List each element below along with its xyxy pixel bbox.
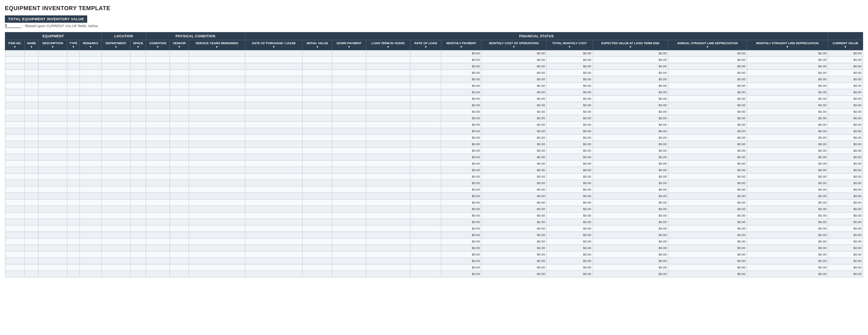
- table-row[interactable]: $0.00$0.00$0.00$0.00$0.00$0.00$0.00: [5, 271, 863, 277]
- col-service-years[interactable]: SERVICE YEARS REMAINING▼: [189, 40, 245, 50]
- summary-section: TOTAL EQUIPMENT INVENTORY VALUE $ *Based…: [5, 15, 863, 28]
- col-remarks[interactable]: REMARKS▼: [79, 40, 101, 50]
- table-row[interactable]: $0.00$0.00$0.00$0.00$0.00$0.00$0.00: [5, 57, 863, 63]
- table-row[interactable]: $0.00$0.00$0.00$0.00$0.00$0.00$0.00: [5, 187, 863, 193]
- table-row[interactable]: $0.00$0.00$0.00$0.00$0.00$0.00$0.00: [5, 76, 863, 83]
- table-row[interactable]: $0.00$0.00$0.00$0.00$0.00$0.00$0.00: [5, 193, 863, 200]
- group-equipment: EQUIPMENT: [5, 32, 102, 40]
- summary-note: *Based upon CURRENT VALUE fields, below.: [24, 24, 99, 28]
- col-total-monthly-cost[interactable]: TOTAL MONTHLY COST▼: [546, 40, 593, 50]
- group-current-value: [828, 32, 863, 40]
- table-row[interactable]: $0.00$0.00$0.00$0.00$0.00$0.00$0.00: [5, 174, 863, 180]
- table-row[interactable]: $0.00$0.00$0.00$0.00$0.00$0.00$0.00: [5, 122, 863, 128]
- col-monthly-cost-ops[interactable]: MONTHLY COST OF OPERATIONS▼: [481, 40, 547, 50]
- col-current-value[interactable]: CURRENT VALUE▼: [828, 40, 863, 50]
- col-monthly-depreciation[interactable]: MONTHLY STRAIGHT LINE DEPRECIATION▼: [747, 40, 828, 50]
- page-title: EQUIPMENT INVENTORY TEMPLATE: [5, 5, 863, 11]
- col-annual-depreciation[interactable]: ANNUAL STRAIGHT LINE DEPRECIATION▼: [668, 40, 747, 50]
- col-monthly-payment[interactable]: MONTHLY PAYMENT▼: [441, 40, 481, 50]
- table-row[interactable]: $0.00$0.00$0.00$0.00$0.00$0.00$0.00: [5, 258, 863, 264]
- table-row[interactable]: $0.00$0.00$0.00$0.00$0.00$0.00$0.00: [5, 180, 863, 187]
- table-row[interactable]: $0.00$0.00$0.00$0.00$0.00$0.00$0.00: [5, 89, 863, 96]
- col-condition[interactable]: CONDITION▼: [146, 40, 170, 50]
- table-row[interactable]: $0.00$0.00$0.00$0.00$0.00$0.00$0.00: [5, 50, 863, 57]
- group-financial-status: FINANCIAL STATUS: [245, 32, 828, 40]
- col-down-payment[interactable]: DOWN PAYMENT▼: [332, 40, 366, 50]
- col-description[interactable]: DESCRIPTION▼: [39, 40, 67, 50]
- table-row[interactable]: $0.00$0.00$0.00$0.00$0.00$0.00$0.00: [5, 115, 863, 122]
- col-type[interactable]: TYPE▼: [67, 40, 79, 50]
- table-row[interactable]: $0.00$0.00$0.00$0.00$0.00$0.00$0.00: [5, 167, 863, 174]
- table-row[interactable]: $0.00$0.00$0.00$0.00$0.00$0.00$0.00: [5, 245, 863, 251]
- summary-label: TOTAL EQUIPMENT INVENTORY VALUE: [5, 15, 87, 23]
- table-row[interactable]: $0.00$0.00$0.00$0.00$0.00$0.00$0.00: [5, 200, 863, 206]
- group-header-row: EQUIPMENT LOCATION PHYSICAL CONDITION FI…: [5, 32, 863, 40]
- table-row[interactable]: $0.00$0.00$0.00$0.00$0.00$0.00$0.00: [5, 102, 863, 109]
- table-row[interactable]: $0.00$0.00$0.00$0.00$0.00$0.00$0.00: [5, 213, 863, 219]
- table-row[interactable]: $0.00$0.00$0.00$0.00$0.00$0.00$0.00: [5, 109, 863, 115]
- col-expected-value[interactable]: EXPECTED VALUE AT LOAN TERM END▼: [593, 40, 668, 50]
- group-location: LOCATION: [101, 32, 146, 40]
- col-header-row: ITEM NO.▼ NAME▼ DESCRIPTION▼ TYPE▼ REMAR…: [5, 40, 863, 50]
- col-loan-term[interactable]: LOAN TERM IN YEARS▼: [366, 40, 410, 50]
- table-row[interactable]: $0.00$0.00$0.00$0.00$0.00$0.00$0.00: [5, 225, 863, 232]
- col-name[interactable]: NAME▼: [25, 40, 39, 50]
- col-vendor[interactable]: VENDOR▼: [170, 40, 189, 50]
- table-row[interactable]: $0.00$0.00$0.00$0.00$0.00$0.00$0.00: [5, 219, 863, 225]
- table-row[interactable]: $0.00$0.00$0.00$0.00$0.00$0.00$0.00: [5, 161, 863, 167]
- col-initial-value[interactable]: INITIAL VALUE▼: [303, 40, 332, 50]
- table-row[interactable]: $0.00$0.00$0.00$0.00$0.00$0.00$0.00: [5, 154, 863, 161]
- table-row[interactable]: $0.00$0.00$0.00$0.00$0.00$0.00$0.00: [5, 128, 863, 135]
- table-row[interactable]: $0.00$0.00$0.00$0.00$0.00$0.00$0.00: [5, 141, 863, 148]
- table-row[interactable]: $0.00$0.00$0.00$0.00$0.00$0.00$0.00: [5, 251, 863, 258]
- inventory-table: EQUIPMENT LOCATION PHYSICAL CONDITION FI…: [5, 32, 863, 277]
- table-row[interactable]: $0.00$0.00$0.00$0.00$0.00$0.00$0.00: [5, 206, 863, 213]
- table-row[interactable]: $0.00$0.00$0.00$0.00$0.00$0.00$0.00: [5, 238, 863, 245]
- table-row[interactable]: $0.00$0.00$0.00$0.00$0.00$0.00$0.00: [5, 135, 863, 141]
- col-space[interactable]: SPACE▼: [130, 40, 146, 50]
- col-item-no[interactable]: ITEM NO.▼: [5, 40, 25, 50]
- table-row[interactable]: $0.00$0.00$0.00$0.00$0.00$0.00$0.00: [5, 96, 863, 102]
- table-row[interactable]: $0.00$0.00$0.00$0.00$0.00$0.00$0.00: [5, 148, 863, 154]
- summary-value: $: [5, 24, 21, 28]
- col-department[interactable]: DEPARTMENT▼: [101, 40, 130, 50]
- inventory-table-wrapper: EQUIPMENT LOCATION PHYSICAL CONDITION FI…: [5, 32, 863, 277]
- col-purchase-date[interactable]: DATE OF PURCHASE / LEASE▼: [245, 40, 303, 50]
- table-row[interactable]: $0.00$0.00$0.00$0.00$0.00$0.00$0.00: [5, 264, 863, 271]
- group-physical-condition: PHYSICAL CONDITION: [146, 32, 245, 40]
- table-row[interactable]: $0.00$0.00$0.00$0.00$0.00$0.00$0.00: [5, 83, 863, 89]
- col-rate-of-loan[interactable]: RATE OF LOAN▼: [410, 40, 441, 50]
- table-row[interactable]: $0.00$0.00$0.00$0.00$0.00$0.00$0.00: [5, 63, 863, 70]
- table-row[interactable]: $0.00$0.00$0.00$0.00$0.00$0.00$0.00: [5, 70, 863, 76]
- table-row[interactable]: $0.00$0.00$0.00$0.00$0.00$0.00$0.00: [5, 232, 863, 238]
